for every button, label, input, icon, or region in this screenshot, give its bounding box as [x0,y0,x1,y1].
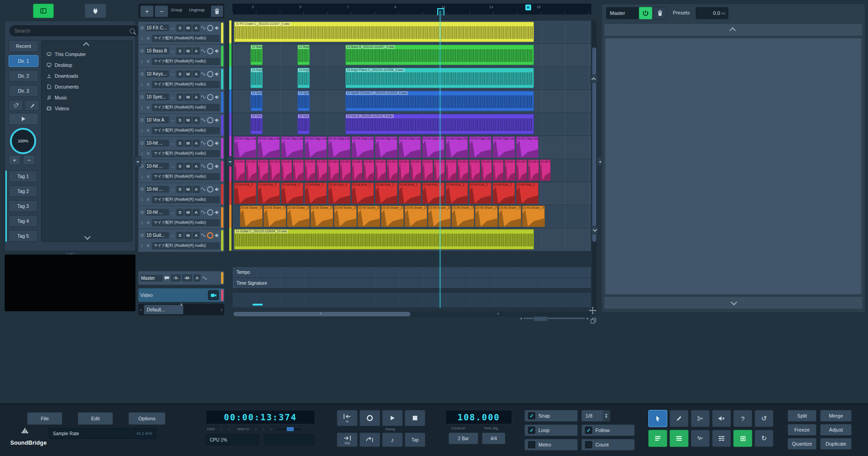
track-speaker-icon[interactable] [214,210,220,215]
action-quantize-button[interactable]: Quantize [788,438,816,450]
audio-clip-kick[interactable]: 10-hit Kick_2 [328,183,350,204]
zoom-in-icon[interactable]: ▸ [587,316,589,320]
track-automation-button[interactable]: A [193,47,200,55]
master-automation-button[interactable]: A [193,274,201,282]
tag-button-5[interactable]: Tag 5 [9,230,38,242]
audio-clip-clap[interactable]: 10-hit Clap Live_2 [469,136,491,158]
audio-clip-kick[interactable]: 10-hit Kick_2 [469,183,491,204]
track-solo-button[interactable]: S [176,232,184,239]
track-menu-icon[interactable]: ≡ [146,197,151,202]
track-name[interactable]: 10-hit ... [146,209,169,216]
vertical-scrollbar[interactable] [592,20,597,312]
track-monitor-icon[interactable]: ⊙ [139,94,145,99]
undo-button[interactable]: ↺ [755,410,774,427]
audio-clip-kick[interactable]: 10-hit Kick_2 [399,183,421,204]
audio-clip-hihat[interactable]: 10-hit H [375,160,386,181]
track-monitor-icon[interactable]: ⊙ [139,141,145,146]
audio-clip-kick[interactable]: 10-hit Kick_2 [375,183,397,204]
location-music[interactable]: Music [42,92,132,103]
track-solo-button[interactable]: S [176,24,184,32]
master-solo-clear-button[interactable]: -S- [171,274,181,282]
automation-curve-icon[interactable] [201,118,206,122]
track-name[interactable]: 10 Guit... [146,232,169,239]
browser-nav-dir-2[interactable]: Dir. 2 [9,70,38,82]
location-this-computer[interactable]: This Computer [42,49,132,60]
track-fader-icon[interactable]: ↕ [139,243,145,248]
play-button[interactable] [382,410,403,426]
track-automation-button[interactable]: A [193,163,200,170]
grid-view-button[interactable] [733,430,752,447]
track-solo-button[interactable]: S [176,140,184,147]
audio-clip-clap[interactable]: 10-hit Clap Live_2 [446,136,468,158]
audio-clip-snare[interactable]: 10-hit Snare_25112 [499,206,521,227]
audio-editor-button[interactable] [691,430,710,447]
audio-clip-kick[interactable]: 10-hit Kick_2 [493,183,515,204]
track-record-arm-button[interactable] [207,186,213,193]
audio-clip-kick[interactable]: 10-hit Kick_2 [281,183,303,204]
track-row-3[interactable]: ⊙10 Keys...↔SMA↕≡マイク配列 (Realtek(R) Audio… [138,68,224,91]
clear-chain-button[interactable] [653,7,667,19]
track-speaker-icon[interactable] [214,141,220,146]
track-io-icon[interactable]: ↔ [170,25,175,30]
group-button[interactable]: Group [171,8,182,12]
audio-clip-hihat[interactable]: 10-hit H [422,160,433,181]
track-io-icon[interactable]: ↔ [170,118,175,122]
track-mute-button[interactable]: M [184,163,192,170]
track-automation-button[interactable]: A [193,71,200,78]
mixer-view-button[interactable] [670,430,689,447]
location-documents[interactable]: Documents [42,81,132,92]
browser-nav-recent[interactable]: Recent [9,40,38,52]
audio-clip-hihat[interactable]: 10-hit H [328,160,339,181]
browser-nav-dir-3[interactable]: Dir. 3 [9,85,38,97]
audio-clip-clap[interactable]: 10-hit Clap Live_2 [281,136,303,158]
audio-clip-hihat[interactable]: 10-hit H [258,160,269,181]
audio-clip-snare[interactable]: 10-hit Snare_25112 [311,206,333,227]
track-input-select[interactable]: マイク配列 (Realtek(R) Audio) [152,127,220,134]
track-monitor-icon[interactable]: ⊙ [139,71,145,76]
track-speaker-icon[interactable] [214,26,220,30]
track-io-icon[interactable]: ↔ [170,164,175,169]
track-mute-button[interactable]: M [184,94,192,101]
audio-clip-clap[interactable]: 10-hit Clap Live_2 [258,136,280,158]
automation-curve-icon[interactable] [201,187,206,191]
track-mute-button[interactable]: M [184,24,192,32]
audio-clip-hihat[interactable]: 10-hit H [434,160,445,181]
audio-clip-hihat[interactable]: 10-hit H [481,160,492,181]
audio-clip-hihat[interactable]: 10-hit H [316,160,327,181]
track-row-2[interactable]: ⊙10 Bass B↔SMA↕≡マイク配列 (Realtek(R) Audio) [138,45,224,68]
track-speaker-icon[interactable] [214,233,220,238]
audio-clip-snare[interactable]: 10-hit Snare_25112 [452,206,474,227]
audio-clip-clap[interactable]: 10-hit Clap Live_2 [399,136,421,158]
punch-out-button[interactable]: Out [337,432,358,447]
track-mute-button[interactable]: M [184,140,192,147]
audio-clip-bass[interactable]: 10 Bass B [250,45,263,65]
browser-nav-dir-1[interactable]: Dir. 1 [9,55,38,67]
audio-clip-vox[interactable]: 10 Vox A_2 [297,114,310,134]
audio-clip-hihat[interactable]: 10-hit H [540,160,551,181]
audio-clip-hihat[interactable]: 10-hit H [352,160,363,181]
track-fader-icon[interactable]: ↕ [139,197,145,202]
clip-tab-default[interactable]: Default... × [144,305,184,315]
zoom-frame-button[interactable] [589,316,597,324]
audio-clip-kick[interactable]: 10-hit Kick_2 [305,183,327,204]
audio-clip-snare[interactable]: 10-hit Snare_25112 [428,206,451,227]
tag-button-1[interactable]: Tag 1 [9,170,38,182]
audio-clip-hihat[interactable]: 10-hit H [458,160,468,181]
track-input-select[interactable]: マイク配列 (Realtek(R) Audio) [152,150,220,157]
track-list-view-button[interactable] [648,430,667,447]
track-fader-icon[interactable]: ↕ [139,174,145,179]
metro-toggle[interactable]: Metro [524,439,578,451]
audio-clip-hihat[interactable]: 10-hit H [493,160,504,181]
track-name[interactable]: 10 Synt... [146,94,169,100]
track-input-select[interactable]: マイク配列 (Realtek(R) Audio) [152,81,220,88]
audio-clip-kick[interactable]: 10-hit Kick_2 [516,183,538,204]
track-row-5[interactable]: ⊙10 Vox A↔SMA↕≡マイク配列 (Realtek(R) Audio) [138,114,224,137]
spinner-icons[interactable] [603,410,610,421]
follow-checkbox[interactable] [585,427,592,434]
audio-clip-hihat[interactable]: 10-hit H [387,160,398,181]
audio-clip-keys[interactable]: 10 Keys Pi [297,68,310,88]
audio-clip-snare[interactable]: 10-hit Snare_25112 [522,206,545,227]
audio-clip-hihat[interactable]: 10-hit H [410,160,421,181]
location-desktop[interactable]: Desktop [42,60,132,71]
track-monitor-icon[interactable]: ⊙ [139,48,145,53]
